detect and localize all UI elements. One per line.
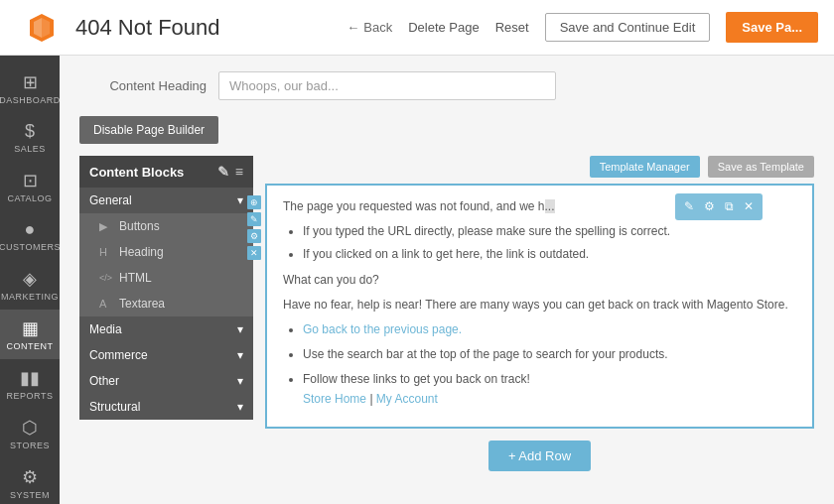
edit-icons-overlay: ✎ ⚙ ⧉ ✕ — [675, 193, 763, 220]
sidebar-title: Content Blocks — [89, 165, 184, 180]
marker-settings[interactable]: ⚙ — [247, 229, 261, 243]
sidebar-item-content[interactable]: ▦ Content — [0, 310, 60, 359]
html-icon: </> — [99, 273, 113, 283]
sidebar-panel: Content Blocks ✎ ≡ General ▾ ▶ Buttons H — [79, 156, 253, 471]
chevron-down-icon: ▾ — [237, 374, 243, 388]
top-header: 404 Not Found ← Back Delete Page Reset S… — [0, 0, 834, 56]
content-search-list: Use the search bar at the top of the pag… — [303, 345, 796, 364]
content-heading-row: Content Heading — [79, 71, 814, 100]
sidebar-item-system[interactable]: ⚙ System — [0, 458, 60, 504]
content-area: Content Heading Disable Page Builder Con… — [60, 56, 834, 504]
marketing-icon: ◈ — [23, 268, 37, 290]
back-arrow-icon: ← — [347, 20, 359, 35]
sidebar-item-buttons[interactable]: ▶ Buttons — [79, 213, 253, 239]
save-button[interactable]: Save Pa... — [726, 12, 818, 43]
sidebar-item-catalog[interactable]: ⊡ Catalog — [0, 162, 60, 211]
sidebar-item-marketing[interactable]: ◈ Marketing — [0, 260, 60, 310]
add-row-button[interactable]: + Add Row — [488, 441, 591, 471]
sidebar-item-reports[interactable]: ▮▮ Reports — [0, 359, 60, 409]
sidebar-item-customers[interactable]: ● Customers — [0, 211, 60, 260]
dashboard-icon: ⊞ — [23, 71, 38, 93]
sidebar-item-html[interactable]: </> HTML — [79, 265, 253, 291]
content-heading-label: Content Heading — [79, 78, 218, 93]
group-other[interactable]: Other ▾ — [79, 368, 253, 394]
disable-page-builder-button[interactable]: Disable Page Builder — [79, 116, 218, 144]
save-continue-button[interactable]: Save and Continue Edit — [545, 13, 711, 42]
page-editor: Template Manager Save as Template ⊕ ✎ ⚙ … — [265, 156, 814, 471]
stores-icon: ⬡ — [22, 417, 38, 439]
sales-icon: $ — [25, 121, 35, 142]
sidebar-item-dashboard[interactable]: ⊞ Dashboard — [0, 63, 60, 113]
save-as-template-button[interactable]: Save as Template — [708, 156, 814, 178]
customers-icon: ● — [25, 219, 36, 240]
editor-left-markers: ⊕ ✎ ⚙ ✕ — [247, 195, 261, 260]
editor-wrapper: ⊕ ✎ ⚙ ✕ ✎ ⚙ ⧉ ✕ The page you requ — [265, 184, 814, 429]
reports-icon: ▮▮ — [20, 367, 40, 389]
main-layout: ⊞ Dashboard $ Sales ⊡ Catalog ● Customer… — [0, 56, 834, 504]
store-home-link[interactable]: Store Home — [303, 392, 366, 406]
heading-icon: H — [99, 246, 113, 258]
back-link-item: Go back to the previous page. — [303, 320, 796, 339]
edit-icon[interactable]: ✎ — [217, 164, 229, 180]
content-icon: ▦ — [22, 317, 39, 339]
chevron-down-icon: ▾ — [237, 193, 243, 207]
logo-area — [16, 12, 68, 44]
textarea-icon: A — [99, 298, 113, 310]
add-row-container: + Add Row — [265, 441, 814, 471]
template-manager-button[interactable]: Template Manager — [590, 156, 700, 178]
editor-toolbar: Template Manager Save as Template — [265, 156, 814, 178]
search-item: Use the search bar at the top of the pag… — [303, 345, 796, 364]
group-media[interactable]: Media ▾ — [79, 316, 253, 342]
chevron-down-icon: ▾ — [237, 322, 243, 336]
my-account-link[interactable]: My Account — [376, 392, 438, 406]
back-button[interactable]: ← Back — [347, 20, 392, 35]
group-structural[interactable]: Structural ▾ — [79, 394, 253, 420]
follow-item: Follow these links to get you back on tr… — [303, 370, 796, 408]
chevron-down-icon: ▾ — [237, 348, 243, 362]
back-link[interactable]: Go back to the previous page. — [303, 322, 462, 336]
content-bullets: If you typed the URL directly, please ma… — [303, 222, 796, 264]
marker-edit[interactable]: ✎ — [247, 212, 261, 226]
chevron-down-icon: ▾ — [237, 400, 243, 414]
content-actions-list: Go back to the previous page. — [303, 320, 796, 339]
sidebar-header-icons: ✎ ≡ — [217, 164, 243, 180]
header-actions: ← Back Delete Page Reset Save and Contin… — [347, 12, 818, 43]
magento-logo — [26, 12, 58, 44]
editor-content: ✎ ⚙ ⧉ ✕ The page you requested was not f… — [265, 184, 814, 429]
content-delete-icon[interactable]: ✕ — [741, 196, 757, 217]
group-general[interactable]: General ▾ — [79, 188, 253, 213]
content-edit-icon[interactable]: ✎ — [681, 196, 697, 217]
link-separator: | — [369, 392, 372, 406]
sidebar-item-textarea[interactable]: A Textarea — [79, 291, 253, 316]
menu-icon[interactable]: ≡ — [235, 164, 243, 180]
help-text: Have no fear, help is near! There are ma… — [283, 296, 796, 315]
sidebar-item-sales[interactable]: $ Sales — [0, 113, 60, 162]
sidebar-item-heading[interactable]: H Heading — [79, 239, 253, 265]
marker-move[interactable]: ⊕ — [247, 195, 261, 209]
sidebar-header: Content Blocks ✎ ≡ — [79, 156, 253, 188]
sidebar-item-stores[interactable]: ⬡ Stores — [0, 409, 60, 458]
group-commerce[interactable]: Commerce ▾ — [79, 342, 253, 368]
buttons-icon: ▶ — [99, 220, 113, 233]
content-settings-icon[interactable]: ⚙ — [701, 196, 718, 217]
content-bullet-2: If you clicked on a link to get here, th… — [303, 245, 796, 264]
system-icon: ⚙ — [22, 466, 38, 488]
catalog-icon: ⊡ — [23, 170, 38, 191]
delete-page-button[interactable]: Delete Page — [408, 20, 480, 35]
what-can-you-do: What can you do? — [283, 271, 796, 290]
content-bullet-1: If you typed the URL directly, please ma… — [303, 222, 796, 241]
left-nav: ⊞ Dashboard $ Sales ⊡ Catalog ● Customer… — [0, 56, 60, 504]
reset-button[interactable]: Reset — [495, 20, 529, 35]
content-duplicate-icon[interactable]: ⧉ — [722, 196, 737, 217]
content-follow-list: Follow these links to get you back on tr… — [303, 370, 796, 408]
content-heading-input[interactable] — [218, 71, 556, 100]
marker-delete[interactable]: ✕ — [247, 246, 261, 260]
editor-layout: Content Blocks ✎ ≡ General ▾ ▶ Buttons H — [79, 156, 814, 471]
page-title: 404 Not Found — [75, 15, 347, 41]
